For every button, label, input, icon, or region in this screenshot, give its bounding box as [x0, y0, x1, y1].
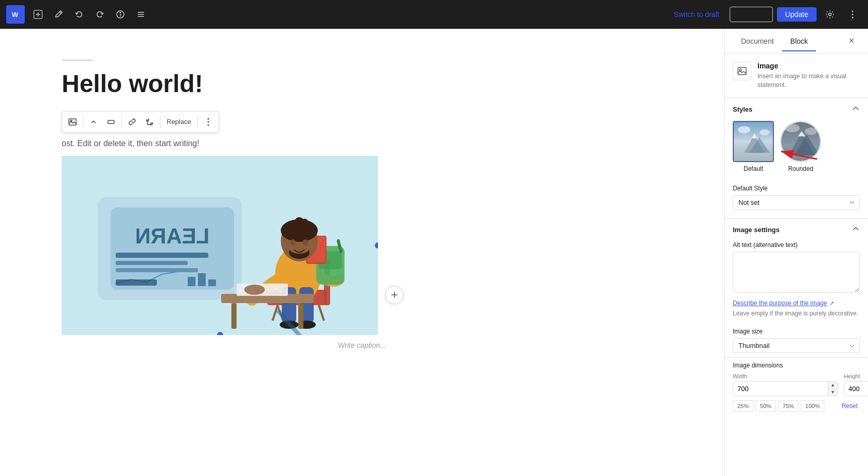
add-block-floating-button[interactable] [385, 286, 404, 304]
svg-point-75 [760, 129, 770, 135]
update-button[interactable]: Update [777, 7, 817, 22]
default-style-row: Default Style Not set Default Rounded [725, 181, 868, 218]
image-settings-section: Image settings Alt text (alternative tex… [725, 219, 868, 358]
width-increment-button[interactable]: ▲ [828, 382, 837, 389]
block-icon [733, 62, 751, 80]
block-description: Image Insert an image to make a visual s… [757, 62, 860, 90]
toolbar-separator-3 [160, 116, 160, 128]
image-dimensions-title: Image dimensions [733, 362, 860, 369]
image-size-row: Image size Thumbnail Medium Large Full S… [725, 324, 868, 357]
redo-button[interactable] [91, 5, 109, 24]
toolbar-separator-4 [197, 116, 198, 128]
resize-handle-bottom[interactable] [217, 332, 223, 335]
percent-75-button[interactable]: 75% [778, 400, 799, 412]
info-button[interactable] [111, 5, 130, 24]
tab-block[interactable]: Block [782, 31, 816, 51]
alt-text-hint: Leave empty if the image is purely decor… [733, 309, 860, 318]
percent-50-button[interactable]: 50% [755, 400, 776, 412]
svg-rect-18 [108, 120, 114, 124]
image-size-label: Image size [733, 328, 860, 335]
svg-point-13 [852, 11, 854, 12]
svg-point-23 [207, 118, 209, 119]
block-more-button[interactable] [200, 114, 216, 130]
percent-buttons: 25% 50% 75% 100% [733, 400, 824, 412]
image-settings-collapse-icon [852, 225, 860, 235]
alt-text-link[interactable]: Describe the purpose of the image [733, 299, 827, 307]
styles-grid: Default [725, 121, 868, 181]
svg-rect-63 [298, 303, 303, 329]
width-label: Width [733, 373, 838, 379]
crop-button[interactable] [141, 114, 158, 130]
preview-button[interactable]: Preview [730, 7, 773, 22]
svg-rect-28 [111, 207, 234, 290]
width-field: Width ▲ ▼ [733, 373, 838, 396]
styles-section-title: Styles [733, 105, 752, 113]
edit-tool-button[interactable] [49, 5, 68, 24]
height-input[interactable] [844, 382, 868, 395]
width-decrement-button[interactable]: ▼ [828, 389, 837, 396]
svg-point-25 [207, 124, 209, 126]
svg-point-60 [305, 223, 312, 229]
svg-point-15 [852, 17, 854, 19]
style-thumb-rounded[interactable] [780, 121, 821, 162]
image-size-select[interactable]: Thumbnail Medium Large Full Size [733, 338, 860, 353]
sidebar-close-button[interactable]: × [843, 33, 860, 49]
resize-handle-right[interactable] [375, 242, 378, 249]
external-link-icon: ↗ [829, 300, 834, 306]
alt-text-section: Alt text (alternative text) Describe the… [725, 241, 868, 324]
height-input-wrap: ▲ ▼ [844, 381, 868, 396]
toolbar-separator-2 [121, 116, 122, 128]
styles-section: Styles [725, 98, 868, 219]
style-option-rounded[interactable]: Rounded [780, 121, 821, 172]
add-block-button[interactable] [29, 5, 47, 24]
link-button[interactable] [124, 114, 140, 130]
svg-marker-73 [752, 133, 757, 138]
percent-25-button[interactable]: 25% [733, 400, 753, 412]
settings-button[interactable] [821, 5, 839, 24]
image-settings-title: Image settings [733, 226, 780, 234]
reset-dimensions-button[interactable]: Reset [840, 400, 860, 412]
svg-rect-36 [116, 279, 157, 286]
image-caption[interactable]: Write caption... [62, 337, 662, 354]
svg-rect-30 [116, 253, 208, 258]
wp-logo[interactable]: W [6, 5, 25, 24]
image-type-button[interactable] [64, 114, 81, 130]
alt-text-footer: Describe the purpose of the image ↗ [733, 298, 860, 307]
block-toolbar: Replace [62, 111, 219, 133]
styles-section-header[interactable]: Styles [725, 98, 868, 121]
post-content-text[interactable]: ost. Edit or delete it, then start writi… [62, 137, 662, 150]
image-block[interactable]: LEARN [62, 156, 378, 335]
more-options-button[interactable] [843, 5, 862, 24]
svg-rect-34 [198, 273, 206, 286]
undo-button[interactable] [70, 5, 88, 24]
replace-button[interactable]: Replace [162, 114, 195, 130]
svg-point-12 [829, 13, 831, 16]
alt-text-label: Alt text (alternative text) [733, 241, 860, 249]
style-thumb-default[interactable] [733, 121, 774, 162]
image-settings-header[interactable]: Image settings [725, 219, 868, 241]
move-up-button[interactable] [85, 114, 102, 130]
height-label: Height [844, 373, 868, 379]
block-name: Image [757, 62, 860, 70]
width-input[interactable] [733, 382, 828, 395]
sidebar-tabs: Document Block × [725, 29, 868, 54]
style-option-default[interactable]: Default [733, 121, 774, 172]
svg-marker-78 [798, 131, 805, 136]
width-spinners: ▲ ▼ [828, 382, 837, 396]
svg-rect-32 [116, 268, 198, 272]
percent-100-button[interactable]: 100% [801, 400, 824, 412]
tab-document[interactable]: Document [733, 31, 782, 51]
alt-text-input[interactable] [733, 252, 860, 293]
svg-text:W: W [12, 11, 19, 19]
post-title[interactable]: Hello world! [62, 69, 662, 99]
percent-row: 25% 50% 75% 100% Reset [733, 400, 860, 412]
default-style-select[interactable]: Not set Default Rounded [733, 195, 860, 210]
list-view-button[interactable] [132, 5, 150, 24]
toolbar-separator-1 [83, 116, 83, 128]
switch-to-draft-button[interactable]: Switch to draft [667, 7, 726, 22]
block-info: Image Insert an image to make a visual s… [725, 54, 868, 98]
svg-point-53 [291, 239, 296, 245]
align-button[interactable] [103, 114, 119, 130]
svg-rect-31 [116, 261, 188, 265]
top-bar-right: Switch to draft Preview Update [667, 5, 862, 24]
